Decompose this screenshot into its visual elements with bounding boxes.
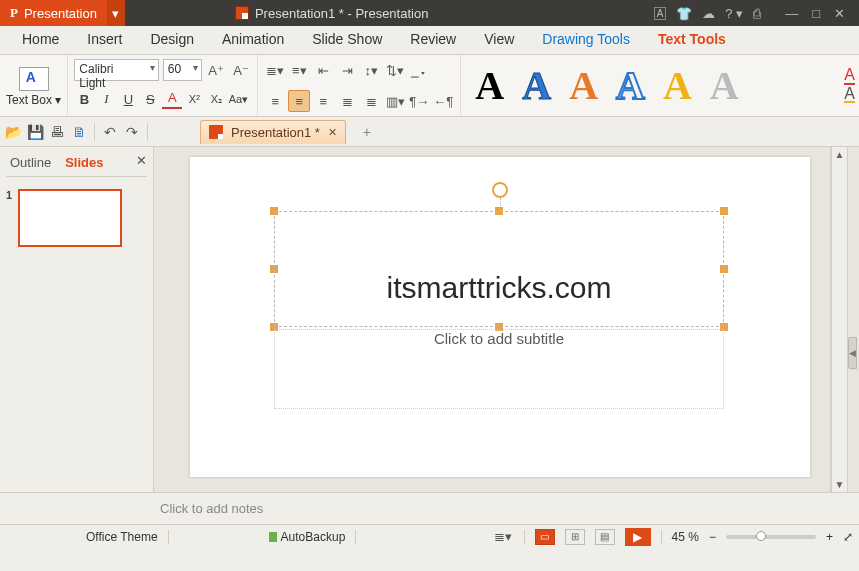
slideshow-button[interactable]: ▶ <box>625 528 651 546</box>
zoom-value[interactable]: 45 % <box>672 530 699 544</box>
align-justify-button[interactable]: ≣ <box>336 90 358 112</box>
bullets-button[interactable]: ≣▾ <box>264 59 286 81</box>
slide-stage[interactable]: itsmarttricks.com Click to add subtitle <box>154 147 831 492</box>
view-sorter-button[interactable]: ⊞ <box>565 529 585 545</box>
subtitle-textbox[interactable]: Click to add subtitle <box>274 329 724 409</box>
tab-text-tools[interactable]: Text Tools <box>644 25 740 54</box>
autobackup-indicator[interactable]: AutoBackup <box>269 530 346 544</box>
distributed-button[interactable]: ≣ <box>360 90 382 112</box>
align-right-button[interactable]: ≡ <box>312 90 334 112</box>
superscript-button[interactable]: X² <box>184 89 204 109</box>
grow-font-button[interactable]: A⁺ <box>206 59 227 81</box>
wordart-style-6[interactable]: A <box>710 66 739 106</box>
line-spacing-button[interactable]: ↕▾ <box>360 59 382 81</box>
slide-panel: Outline Slides ✕ 1 <box>0 147 154 492</box>
inc-indent-button[interactable]: ⇥ <box>336 59 358 81</box>
align-text-button[interactable]: ⎯▾ <box>408 59 430 81</box>
italic-button[interactable]: I <box>96 89 116 109</box>
tab-home[interactable]: Home <box>8 25 73 54</box>
align-left-button[interactable]: ≡ <box>264 90 286 112</box>
rtl-button[interactable]: ←¶ <box>432 90 454 112</box>
panel-tab-slides[interactable]: Slides <box>65 155 103 170</box>
text-outline-button[interactable]: A <box>844 87 855 103</box>
tab-drawing-tools[interactable]: Drawing Tools <box>528 25 644 54</box>
wordart-style-5[interactable]: A <box>663 66 692 106</box>
slide-canvas[interactable]: itsmarttricks.com Click to add subtitle <box>190 157 810 477</box>
group-text-effects: A A <box>844 55 859 116</box>
wordart-style-1[interactable]: A <box>475 66 504 106</box>
tab-view[interactable]: View <box>470 25 528 54</box>
app-menu[interactable]: P Presentation <box>0 0 107 26</box>
undo-button[interactable]: ↶ <box>101 123 119 141</box>
subscript-button[interactable]: X₂ <box>206 89 226 109</box>
tab-design[interactable]: Design <box>136 25 208 54</box>
open-button[interactable]: 📂 <box>4 123 22 141</box>
zoom-slider[interactable] <box>726 535 816 539</box>
skin-icon[interactable]: 👕 <box>676 6 692 21</box>
text-fill-button[interactable]: A <box>844 68 855 84</box>
minimize-button[interactable]: — <box>785 6 798 21</box>
tab-insert[interactable]: Insert <box>73 25 136 54</box>
textbox-icon[interactable] <box>19 67 49 91</box>
outline-toggle-button[interactable]: ≣▾ <box>492 526 514 548</box>
underline-button[interactable]: U <box>118 89 138 109</box>
help-menu[interactable]: ? ▾ <box>725 6 743 21</box>
wordart-style-2[interactable]: A <box>522 66 551 106</box>
wordart-style-4[interactable]: A <box>616 66 645 106</box>
change-case-button[interactable]: Aa▾ <box>228 89 248 109</box>
document-tab[interactable]: Presentation1 * ✕ <box>200 120 346 144</box>
save-button[interactable]: 💾 <box>26 123 44 141</box>
tab-animation[interactable]: Animation <box>208 25 298 54</box>
bold-button[interactable]: B <box>74 89 94 109</box>
align-center-button[interactable]: ≡ <box>288 90 310 112</box>
zoom-in-button[interactable]: + <box>826 530 833 544</box>
text-direction-button[interactable]: ⇅▾ <box>384 59 406 81</box>
tab-slideshow[interactable]: Slide Show <box>298 25 396 54</box>
ribbon-tabs: Home Insert Design Animation Slide Show … <box>0 26 859 55</box>
share-icon[interactable]: ⎙ <box>753 6 761 21</box>
view-reading-button[interactable]: ▤ <box>595 529 615 545</box>
group-wordart-gallery[interactable]: A A A A A A <box>461 55 844 116</box>
font-name-combo[interactable]: Calibri Light <box>74 59 158 81</box>
scroll-up-button[interactable]: ▲ <box>832 149 847 160</box>
theme-indicator[interactable]: Office Theme <box>86 530 158 544</box>
autobackup-status-icon <box>269 532 277 542</box>
strike-button[interactable]: S <box>140 89 160 109</box>
columns-button[interactable]: ▥▾ <box>384 90 406 112</box>
zoom-out-button[interactable]: − <box>709 530 716 544</box>
numbering-button[interactable]: ≡▾ <box>288 59 310 81</box>
close-panel-button[interactable]: ✕ <box>136 153 147 168</box>
font-color-button[interactable]: A <box>162 89 182 109</box>
tab-review[interactable]: Review <box>396 25 470 54</box>
subtitle-placeholder: Click to add subtitle <box>434 330 564 347</box>
ltr-button[interactable]: ¶→ <box>408 90 430 112</box>
textbox-button[interactable]: Text Box ▾ <box>6 93 61 107</box>
close-tab-button[interactable]: ✕ <box>328 126 337 139</box>
window-title: Presentation1 * - Presentation <box>235 6 428 21</box>
maximize-button[interactable]: □ <box>812 6 820 21</box>
close-button[interactable]: ✕ <box>834 6 845 21</box>
vertical-scrollbar[interactable]: ▲ ▼ <box>831 147 847 492</box>
zoom-slider-knob[interactable] <box>756 531 766 541</box>
shrink-font-button[interactable]: A⁻ <box>231 59 252 81</box>
rotate-handle[interactable] <box>492 182 508 198</box>
collapse-taskpane-button[interactable] <box>847 147 859 492</box>
font-size-combo[interactable]: 60 <box>163 59 202 81</box>
scroll-down-button[interactable]: ▼ <box>832 479 847 490</box>
redo-button[interactable]: ↷ <box>123 123 141 141</box>
print-button[interactable]: 🖶 <box>48 123 66 141</box>
new-tab-button[interactable]: + <box>358 123 376 141</box>
slide-thumbnail-1[interactable]: 1 <box>6 189 147 247</box>
title-textbox[interactable]: itsmarttricks.com <box>274 211 724 327</box>
print-preview-button[interactable]: 🗎 <box>70 123 88 141</box>
feedback-icon[interactable]: ☁ <box>702 6 715 21</box>
fit-slide-button[interactable]: ⤢ <box>843 530 853 544</box>
dec-indent-button[interactable]: ⇤ <box>312 59 334 81</box>
slide-thumbnail-image[interactable] <box>18 189 122 247</box>
app-menu-dropdown[interactable]: ▾ <box>107 0 125 26</box>
notes-pane[interactable]: Click to add notes <box>0 492 859 524</box>
wordart-style-3[interactable]: A <box>569 66 598 106</box>
lang-indicator-icon[interactable]: A <box>654 7 667 20</box>
panel-tab-outline[interactable]: Outline <box>10 155 51 170</box>
view-normal-button[interactable]: ▭ <box>535 529 555 545</box>
